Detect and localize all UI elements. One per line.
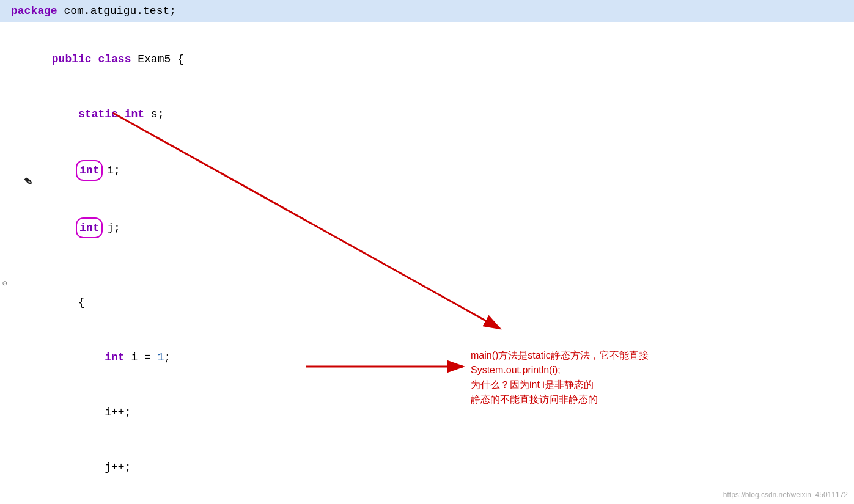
- code-line-6: int i = 1;: [12, 330, 842, 385]
- annotation-line2: System.out.println(i);: [471, 363, 649, 378]
- code-line-5: ⊖ {: [12, 257, 842, 330]
- code-line-7: i++;: [12, 385, 842, 440]
- code-line-3: int i;: [12, 142, 842, 199]
- code-editor: package com.atguigu.test; public class E…: [0, 0, 854, 504]
- code-line-2: static int s;: [12, 87, 842, 142]
- code-line-1: public class Exam5 {: [12, 32, 842, 87]
- collapse-icon-5: ⊖: [2, 275, 7, 293]
- annotation-line1: main()方法是static静态方法，它不能直接: [471, 348, 649, 363]
- code-line-8: j++;: [12, 440, 842, 495]
- annotation-line3: 为什么？因为int i是非静态的: [471, 378, 649, 392]
- watermark: https://blog.csdn.net/weixin_45011172: [723, 489, 848, 501]
- package-bar: package com.atguigu.test;: [0, 0, 854, 22]
- code-line-4: int j;: [12, 199, 842, 257]
- package-line: package com.atguigu.test;: [11, 2, 176, 20]
- code-container: public class Exam5 { static int s; int i…: [12, 32, 842, 504]
- annotation-box: main()方法是static静态方法，它不能直接 System.out.pri…: [471, 348, 649, 407]
- annotation-line4: 静态的不能直接访问非静态的: [471, 392, 649, 407]
- code-line-9: s++;: [12, 495, 842, 504]
